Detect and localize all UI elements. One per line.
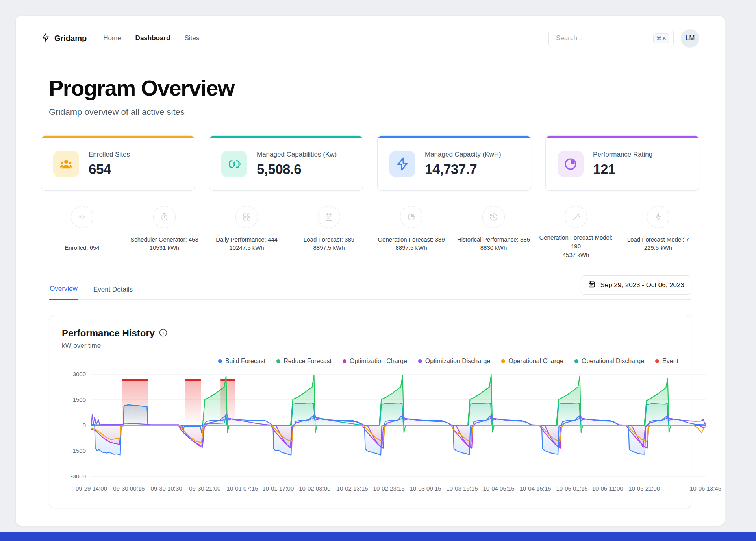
wand-icon	[565, 206, 587, 228]
main-nav: HomeDashboardSites	[103, 34, 199, 42]
stat-card-label: Managed Capacity (KwH)	[425, 151, 501, 159]
mini-stat-text: Generation Forecast Model: 1904537 kWh	[535, 233, 617, 259]
legend-dot	[276, 359, 280, 363]
svg-text:09-30 00:15: 09-30 00:15	[113, 485, 145, 492]
avatar[interactable]: LM	[681, 29, 699, 48]
legend-dot	[655, 359, 659, 363]
svg-text:10-05 21:00: 10-05 21:00	[628, 485, 660, 492]
battery-charging-icon	[221, 151, 247, 177]
stat-card-label: Enrolled Sites	[89, 151, 130, 159]
card-accent-bar	[41, 136, 195, 138]
performance-history-card: Performance History kW over time Build F…	[49, 315, 691, 508]
svg-text:10-02 13:15: 10-02 13:15	[337, 485, 368, 492]
mini-stat-text: Generation Forecast: 3898897.5 kWh	[378, 233, 445, 252]
stat-cards-row: Enrolled Sites654Managed Capabilities (K…	[41, 135, 699, 191]
legend-item-operational-discharge[interactable]: Operational Discharge	[574, 358, 644, 365]
mini-stat-text: Daily Performance: 44410247.5 kWh	[216, 233, 278, 252]
svg-text:10-01 07:15: 10-01 07:15	[227, 485, 258, 492]
pie-icon	[400, 206, 422, 228]
legend-dot	[418, 359, 422, 363]
commit-icon	[71, 206, 93, 228]
search-box: ⌘ K	[548, 30, 674, 47]
svg-text:10-05 11:00: 10-05 11:00	[592, 485, 623, 492]
stat-card-label: Performance Rating	[593, 151, 652, 159]
svg-text:10-01 17:00: 10-01 17:00	[262, 485, 294, 492]
stat-card: Managed Capacity (KwH)14,737.7	[377, 135, 531, 191]
svg-text:3000: 3000	[73, 371, 86, 377]
mini-stat: Load Forecast: 3898897.5 kWh	[288, 206, 370, 259]
svg-text:10-03 19:15: 10-03 19:15	[447, 485, 478, 492]
mini-stat-text: Historical Performance: 3858830 kWh	[457, 233, 530, 252]
stat-card: Managed Capabilities (Kw)5,508.6	[209, 135, 363, 191]
nav-item-dashboard[interactable]: Dashboard	[135, 34, 170, 42]
main-panel: Gridamp HomeDashboardSites ⌘ K LM Progra…	[16, 16, 724, 526]
calendar-icon	[588, 280, 596, 290]
stat-card: Performance Rating121	[545, 135, 699, 191]
stat-card-value: 14,737.7	[425, 161, 501, 177]
mini-stat: Enrolled: 654	[41, 206, 123, 259]
svg-text:10-04 05:15: 10-04 05:15	[483, 485, 515, 492]
svg-text:10-06 13:45: 10-06 13:45	[690, 485, 721, 492]
tab-event-details[interactable]: Event Details	[93, 281, 133, 299]
svg-text:09-30 21:00: 09-30 21:00	[189, 485, 220, 492]
legend-dot	[218, 359, 222, 363]
users-icon	[53, 151, 79, 177]
mini-stat: Historical Performance: 3858830 kWh	[452, 206, 535, 259]
card-accent-bar	[546, 136, 699, 138]
svg-text:10-02 03:00: 10-02 03:00	[299, 485, 330, 492]
stat-card-value: 121	[593, 161, 652, 177]
legend-dot	[574, 359, 578, 363]
bolt-icon	[647, 206, 669, 228]
mini-stat: Scheduler Generator: 45310531 kWh	[123, 206, 206, 259]
legend-item-reduce-forecast[interactable]: Reduce Forecast	[276, 358, 332, 365]
search-input[interactable]	[555, 34, 653, 42]
page-subtitle: Gridamp overview of all active sites	[49, 107, 691, 117]
mini-stat: Daily Performance: 44410247.5 kWh	[206, 206, 288, 259]
mini-stat: Load Forecast Model: 7229.5 kWh	[617, 206, 699, 259]
mini-stat-text: Scheduler Generator: 45310531 kWh	[130, 233, 198, 252]
info-icon[interactable]	[159, 328, 168, 339]
svg-text:0: 0	[83, 422, 86, 428]
performance-chart-svg: 300015000-1500-300009-29 14:0009-30 00:1…	[62, 369, 726, 499]
legend-item-event[interactable]: Event	[655, 358, 678, 365]
chart-title: Performance History	[62, 328, 155, 339]
card-accent-bar	[378, 136, 531, 138]
page-title: Program Overview	[49, 75, 691, 101]
legend-item-optimization-discharge[interactable]: Optimization Discharge	[418, 358, 490, 365]
legend-item-operational-charge[interactable]: Operational Charge	[501, 358, 563, 365]
pie-chart-icon	[558, 151, 584, 177]
legend-item-optimization-charge[interactable]: Optimization Charge	[343, 358, 407, 365]
tab-overview[interactable]: Overview	[49, 280, 78, 300]
stat-card: Enrolled Sites654	[41, 135, 195, 191]
svg-text:09-30 10:30: 09-30 10:30	[151, 485, 182, 492]
tabs-row: Overview Event Details Sep 29, 2023 - Oc…	[49, 275, 691, 300]
calendar-icon	[318, 206, 340, 228]
nav-item-sites[interactable]: Sites	[184, 34, 199, 42]
stat-card-label: Managed Capabilities (Kw)	[257, 151, 337, 159]
footer-bar	[0, 532, 756, 541]
mini-stat-text: Load Forecast: 3898897.5 kWh	[304, 233, 354, 252]
svg-text:-1500: -1500	[71, 447, 86, 454]
stat-card-value: 5,508.6	[257, 161, 337, 177]
search-shortcut-badge: ⌘ K	[653, 33, 669, 43]
date-range-label: Sep 29, 2023 - Oct 06, 2023	[600, 281, 684, 289]
bolt-logo-icon	[41, 33, 50, 44]
hero-section: Program Overview Gridamp overview of all…	[49, 75, 691, 117]
brand-name: Gridamp	[54, 34, 87, 43]
stat-card-value: 654	[89, 161, 130, 177]
history-icon	[482, 206, 505, 228]
legend-item-build-forecast[interactable]: Build Forecast	[218, 358, 265, 365]
svg-text:1500: 1500	[73, 396, 86, 403]
nav-item-home[interactable]: Home	[103, 34, 121, 42]
zap-icon	[389, 151, 415, 177]
chart-legend: Build ForecastReduce ForecastOptimizatio…	[62, 358, 678, 365]
top-navbar: Gridamp HomeDashboardSites ⌘ K LM	[41, 16, 699, 61]
legend-dot	[501, 359, 505, 363]
svg-text:09-29 14:00: 09-29 14:00	[76, 485, 107, 492]
grid-icon	[235, 206, 258, 228]
date-range-picker[interactable]: Sep 29, 2023 - Oct 06, 2023	[581, 275, 691, 295]
svg-text:10-04 15:15: 10-04 15:15	[520, 485, 551, 492]
mini-stat: Generation Forecast: 3898897.5 kWh	[370, 206, 452, 259]
mini-stat-text: Load Forecast Model: 7229.5 kWh	[627, 233, 689, 252]
mini-stats-row: Enrolled: 654Scheduler Generator: 453105…	[41, 206, 699, 259]
